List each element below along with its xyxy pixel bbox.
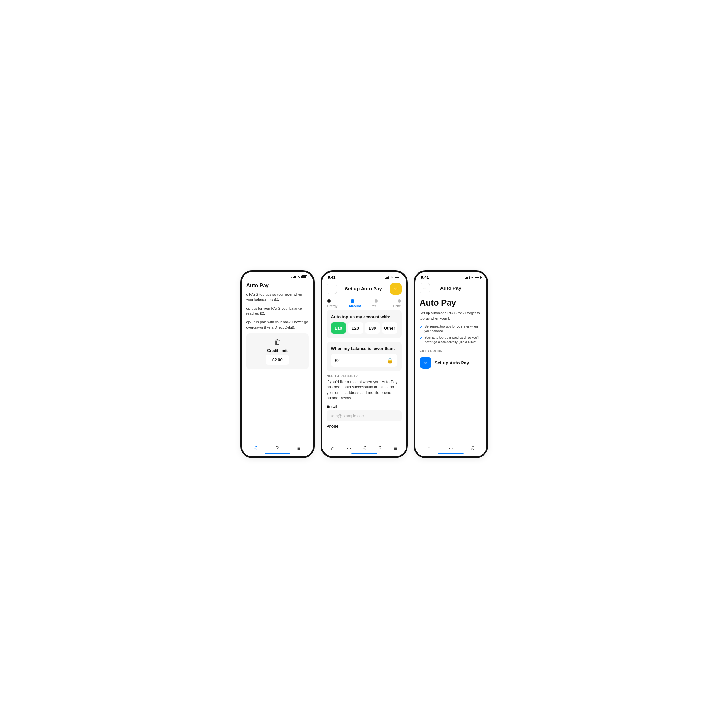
nav-icon-help-middle[interactable]: ?: [378, 445, 382, 452]
right-screen: ← Auto Pay Auto Pay Set up automatic PAY…: [415, 281, 486, 456]
topup-card: Auto top-up my account with: £10 £20 £30…: [327, 310, 402, 338]
credit-limit-label: Credit limit: [267, 348, 288, 353]
checkmark-item-2: ✓ Your auto top-up is paid card, so you'…: [420, 335, 482, 344]
balance-card: When my balance is lower than: £2 🔒: [327, 341, 402, 371]
battery-icon-right: [475, 276, 480, 279]
header-title-right: Auto Pay: [440, 285, 461, 291]
step-label-energy: Energy: [327, 304, 346, 308]
checkmark-item-1: ✓ Set repeat top-ups for yo meter when y…: [420, 324, 482, 333]
middle-header: ← Set up Auto Pay ⚡: [322, 281, 406, 297]
nav-icon-dots-right[interactable]: ⋯: [448, 446, 453, 451]
right-header: ← Auto Pay: [415, 281, 486, 295]
infinity-icon: ∞: [420, 357, 431, 369]
signal-bar-1: [291, 277, 292, 278]
nav-icon-home-right[interactable]: ⌂: [427, 445, 431, 452]
status-bar-middle: 9:41 ∿: [322, 272, 406, 281]
receipt-body: If you'd like a receipt when your Auto P…: [327, 379, 402, 401]
amount-btn-10[interactable]: £10: [331, 323, 346, 334]
divider-line: [420, 354, 482, 355]
status-icons-middle: ∿: [385, 275, 401, 279]
battery-icon-left: [301, 275, 307, 278]
receipt-label: NEED A RECEIPT?: [327, 375, 402, 378]
nav-icon-menu-left[interactable]: ≡: [297, 445, 301, 452]
signal-bar-3: [294, 276, 295, 278]
feature-text-2: Your auto top-up is paid card, so you'll…: [425, 335, 482, 344]
signal-bars-left: [291, 275, 296, 278]
balance-input-row: £2 🔒: [331, 354, 397, 367]
email-label: Email: [327, 404, 402, 409]
signal-bar-r4: [469, 276, 470, 279]
step-dot-energy: [327, 300, 330, 303]
nav-icon-pound-left[interactable]: £: [254, 445, 257, 452]
status-bar-right: 9:41 ∿: [415, 272, 486, 281]
middle-bottom-nav: ⌂ ⋯ £ ? ≡: [322, 440, 406, 456]
steps-line: [327, 299, 401, 303]
signal-bar-m1: [385, 278, 385, 279]
receipt-section: NEED A RECEIPT? If you'd like a receipt …: [322, 375, 406, 433]
lock-icon: 🔒: [387, 357, 393, 364]
middle-phone: 9:41 ∿ ← Set up Auto Pay: [321, 271, 408, 458]
left-page-title: Auto Pay: [246, 283, 309, 289]
topup-card-title: Auto top-up my account with:: [331, 314, 397, 319]
signal-bars-right: [465, 276, 470, 279]
back-arrow-right: ←: [423, 286, 427, 291]
status-icons-right: ∿: [465, 275, 480, 279]
setup-btn-text: Set up Auto Pay: [435, 360, 469, 366]
right-screen-content: Auto Pay Set up automatic PAYG top-u for…: [415, 295, 486, 440]
checkmark-icon-1: ✓: [420, 325, 423, 330]
signal-bar-r1: [465, 278, 466, 279]
status-time-right: 9:41: [421, 275, 429, 280]
left-phone: ∿ Auto Pay c PAYG top-ups so you never w…: [240, 271, 315, 458]
balance-card-title: When my balance is lower than:: [331, 346, 397, 351]
status-bar-left: ∿: [242, 272, 313, 280]
nav-icon-pound-middle[interactable]: £: [363, 445, 366, 452]
nav-icon-pound-right[interactable]: £: [471, 445, 474, 452]
step-label-amount: Amount: [346, 304, 364, 308]
step-dot-pay: [375, 300, 378, 303]
right-body-text: Set up automatic PAYG top-u forget to to…: [420, 310, 482, 321]
email-input[interactable]: sam@example.com: [327, 410, 402, 421]
signal-bar-4: [295, 275, 296, 278]
wifi-icon-left: ∿: [298, 275, 300, 279]
nav-icon-help-left[interactable]: ?: [275, 445, 279, 452]
header-title-middle: Set up Auto Pay: [345, 286, 382, 291]
signal-bar-r3: [467, 277, 468, 279]
signal-bar-r2: [466, 277, 467, 279]
balance-value: £2: [335, 358, 340, 363]
amount-btn-20[interactable]: £20: [348, 323, 363, 334]
lightning-button[interactable]: ⚡: [390, 283, 402, 295]
steps-container: Energy Amount Pay Done: [322, 297, 406, 310]
back-button-right[interactable]: ←: [420, 283, 430, 293]
step-seg-2: [355, 301, 375, 301]
get-started-label: GET STARTED: [420, 349, 482, 352]
main-scene: ∿ Auto Pay c PAYG top-ups so you never w…: [219, 257, 510, 471]
wifi-icon-right: ∿: [471, 275, 474, 279]
nav-icon-home-middle[interactable]: ⌂: [331, 445, 335, 452]
credit-value: £2.00: [266, 355, 289, 365]
left-body-3: op-up is paid with your bank ll never go…: [246, 320, 309, 330]
step-label-done: Done: [382, 304, 401, 308]
left-body-2: op-ups for your PAYG your balance reache…: [246, 306, 309, 316]
battery-icon-middle: [395, 276, 401, 279]
feature-text-1: Set repeat top-ups for yo meter when you…: [425, 324, 482, 333]
trash-icon: 🗑: [274, 338, 281, 346]
step-labels: Energy Amount Pay Done: [327, 304, 401, 308]
setup-autopay-button[interactable]: ∞ Set up Auto Pay: [420, 357, 482, 369]
nav-icon-dots-middle[interactable]: ⋯: [347, 446, 351, 451]
nav-icon-menu-middle[interactable]: ≡: [393, 445, 397, 452]
signal-bars-middle: [385, 276, 389, 279]
left-bottom-nav: £ ? ≡: [242, 440, 313, 456]
amount-btn-30[interactable]: £30: [365, 323, 380, 334]
step-seg-3: [378, 301, 398, 301]
step-dot-done: [398, 300, 401, 303]
step-label-pay: Pay: [364, 304, 382, 308]
step-seg-1: [330, 301, 350, 301]
status-time-middle: 9:41: [328, 275, 336, 280]
email-placeholder: sam@example.com: [330, 414, 365, 418]
back-button-middle[interactable]: ←: [327, 284, 337, 294]
signal-bar-2: [293, 277, 294, 278]
status-icons-left: ∿: [291, 275, 307, 279]
infinity-symbol: ∞: [424, 360, 427, 366]
amount-btn-other[interactable]: Other: [382, 323, 397, 334]
bottom-indicator-middle: [351, 453, 377, 454]
